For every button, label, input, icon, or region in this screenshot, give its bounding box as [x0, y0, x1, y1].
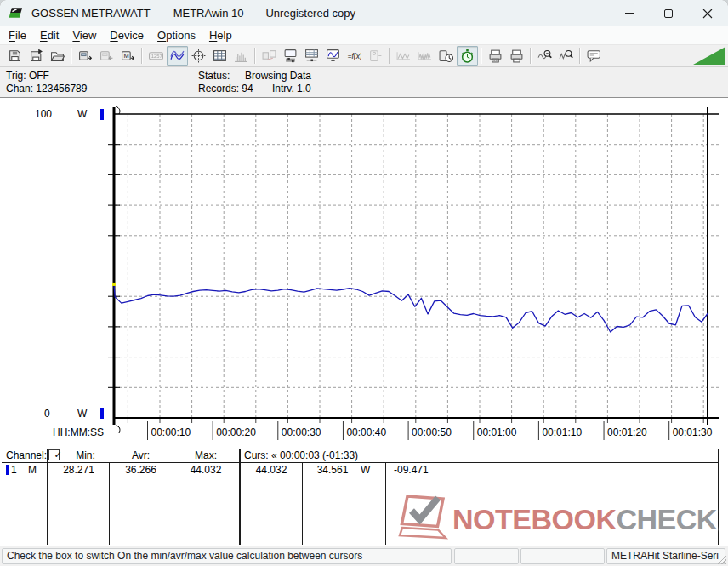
menu-help[interactable]: Help [202, 27, 239, 43]
histogram-button [230, 46, 252, 66]
cursor-1-bottom-handle[interactable] [116, 426, 120, 433]
x-tick-label: 00:01:30 [673, 426, 713, 438]
x-tick-label: 00:00:10 [151, 426, 191, 438]
print-button[interactable] [506, 46, 527, 66]
minimize-icon [625, 13, 634, 14]
memory-icon: M [121, 49, 135, 63]
menu-bar: File Edit View Device Options Help [0, 26, 728, 44]
tooltip-icon [587, 49, 601, 63]
toolbar-separator [254, 48, 256, 64]
zoom-button[interactable] [555, 46, 577, 66]
device-read-button[interactable] [75, 46, 96, 66]
cursor1-value: 44.032 [241, 464, 302, 476]
toolbar: M1257=f(x) [0, 44, 728, 67]
wave-noise-icon [418, 49, 432, 63]
channel-number: 1 [11, 464, 17, 476]
statusbar-panel-3 [520, 548, 605, 564]
digital-display-icon: 1257 [149, 49, 163, 63]
menu-view[interactable]: View [65, 27, 103, 43]
clock-config-button[interactable] [435, 46, 457, 66]
channel-list: Chan: 123456789 [6, 83, 87, 94]
toolbar-separator [530, 48, 532, 64]
menu-edit[interactable]: Edit [33, 27, 65, 43]
checkbox-check-icon: ✓ [54, 450, 62, 460]
digital-display-button: 1257 [145, 46, 167, 66]
print-form-button[interactable] [485, 46, 506, 66]
svg-text:M: M [124, 52, 129, 60]
toolbar-separator [71, 48, 72, 64]
col-header-cursors: Curs: « 00:00:03 (-01:33) [244, 449, 358, 461]
trend-chart-panel: 100 W 0 W HH:MM:SS 00:00:1000:00:2000:00… [0, 97, 728, 449]
table-view-icon [213, 49, 227, 63]
memory-button[interactable]: M [117, 46, 139, 66]
status-label: Status: [198, 70, 230, 82]
xy-chart-button[interactable] [188, 46, 209, 66]
toolbar-corner-triangle-icon [693, 47, 725, 65]
y-axis-unit-bottom: W [77, 408, 87, 420]
acquisition-status-strip: Trig: OFF Chan: 123456789 Status: Browsi… [0, 67, 728, 97]
remote-button [365, 46, 386, 66]
channel-value-table: Channel: ✓ Min: Avr: Max: Curs: « 00:00:… [0, 449, 728, 546]
x-tick-label: 00:00:40 [346, 426, 386, 438]
close-icon [702, 9, 713, 19]
status-value: Browsing Data [245, 70, 311, 82]
device-write-icon [100, 49, 114, 63]
title-bar: GOSSEN METRAWATT METRAwin 10 Unregistere… [0, 0, 728, 26]
stopwatch-icon [460, 49, 475, 63]
col-header-max: Max: [173, 449, 239, 461]
trend-chart-icon [170, 49, 185, 63]
wave-noise-button [414, 46, 435, 66]
minimize-button[interactable] [610, 1, 649, 26]
window-title-product: METRAwin 10 [173, 7, 244, 20]
list-config-button[interactable] [301, 46, 322, 66]
y-unit-marker-bottom [100, 408, 104, 419]
toolbar-separator [579, 48, 581, 64]
device-config-icon [283, 49, 298, 63]
min-value: 28.271 [48, 464, 109, 476]
status-bar: Check the box to switch On the min/avr/m… [0, 546, 728, 566]
wave-triangle-button [393, 46, 414, 66]
interval-value: Intrv. 1.0 [272, 83, 311, 94]
zoom-horizontal-button[interactable] [534, 46, 555, 66]
trigger-status: Trig: OFF [6, 70, 49, 82]
statusbar-panel-2 [454, 548, 519, 564]
device-write-button [96, 46, 117, 66]
save-data-icon [29, 49, 43, 63]
cursor-1-top-handle[interactable] [116, 106, 120, 114]
svg-text:1257: 1257 [151, 54, 162, 59]
maximize-button[interactable] [649, 1, 688, 26]
x-tick-label: 00:01:10 [542, 426, 582, 438]
trend-chart-button[interactable] [167, 46, 188, 66]
monitor-wave-button[interactable] [322, 46, 344, 66]
histogram-icon [234, 49, 248, 63]
x-tick-label: 00:00:20 [216, 426, 256, 438]
window-title-license: Unregistered copy [265, 7, 355, 20]
avr-value: 36.266 [109, 464, 173, 476]
save-button[interactable] [4, 46, 26, 66]
tooltip-button[interactable] [583, 46, 605, 66]
wave-triangle-icon [396, 49, 411, 63]
menu-device[interactable]: Device [103, 27, 151, 43]
svg-text:=f(x): =f(x) [348, 52, 361, 60]
y-axis-unit-top: W [77, 108, 87, 120]
device-config-button[interactable] [280, 46, 301, 66]
max-value: 44.032 [173, 464, 239, 476]
save-icon [8, 49, 22, 63]
col-header-min: Min: [62, 449, 109, 461]
open-folder-button[interactable] [47, 46, 68, 66]
y-unit-marker-top [100, 109, 104, 120]
cursor-diff-value: -09.471 [394, 464, 429, 476]
cursor2-value: 34.561 [302, 464, 363, 476]
x-tick-label: 00:01:20 [607, 426, 647, 438]
stopwatch-button[interactable] [457, 46, 478, 66]
table-view-button[interactable] [209, 46, 230, 66]
minmax-calc-checkbox[interactable]: ✓ [48, 449, 60, 460]
save-data-button[interactable] [26, 46, 47, 66]
close-button[interactable] [688, 1, 727, 26]
formula-button[interactable]: =f(x) [344, 46, 365, 66]
clock-config-icon [439, 49, 453, 63]
list-config-icon [304, 49, 319, 63]
menu-file[interactable]: File [2, 27, 33, 43]
window-title-app: GOSSEN METRAWATT [31, 7, 151, 20]
menu-options[interactable]: Options [151, 27, 202, 43]
